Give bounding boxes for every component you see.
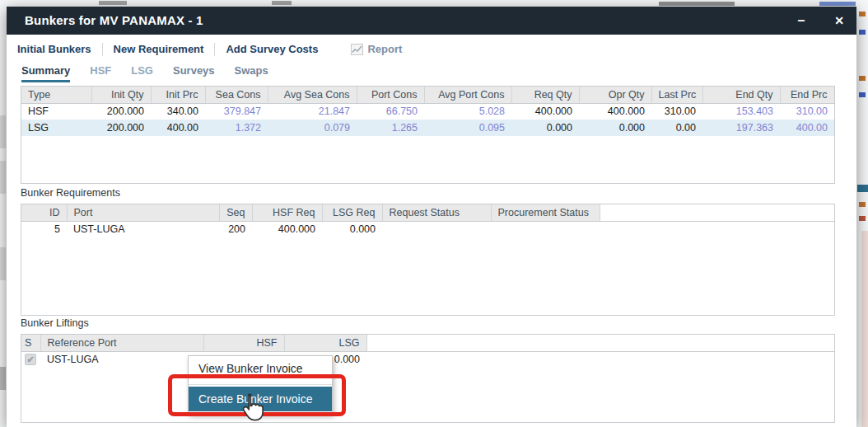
- background-fragment: [272, 1, 292, 5]
- menu-item-view-bunker-invoice[interactable]: View Bunker Invoice: [189, 356, 332, 381]
- summary-row-hsf[interactable]: HSF 200.000 340.00 379.847 21.847 66.750…: [21, 103, 834, 120]
- summary-row-lsg[interactable]: LSG 200.000 400.00 1.372 0.079 1.265 0.0…: [21, 120, 834, 136]
- column-header: End Prc: [780, 87, 834, 103]
- column-header: Request Status: [382, 204, 491, 221]
- background-fragment: [0, 161, 6, 194]
- add-survey-costs-button[interactable]: Add Survey Costs: [226, 43, 318, 55]
- column-header: Opr Qty: [579, 87, 651, 103]
- liftings-header-row: S Reference Port HSF LSG: [21, 335, 834, 351]
- background-fragment: [859, 202, 866, 207]
- background-fragment: [859, 216, 866, 221]
- column-header: Init Prc: [151, 87, 205, 103]
- toolbar-divider: [214, 43, 215, 56]
- tab-summary[interactable]: Summary: [21, 64, 70, 82]
- report-button[interactable]: Report: [351, 43, 402, 55]
- tab-bar: Summary HSF LSG Surveys Swaps: [21, 64, 268, 82]
- tab-hsf[interactable]: HSF: [90, 64, 111, 82]
- liftings-row[interactable]: ✔ UST-LUGA 400.000 0.000: [21, 351, 834, 368]
- tab-surveys[interactable]: Surveys: [173, 64, 215, 82]
- column-header: ID: [21, 204, 67, 221]
- background-fragment: [0, 367, 6, 390]
- toolbar-divider: [102, 43, 103, 56]
- bunker-requirements-table: ID Port Seq HSF Req LSG Req Request Stat…: [21, 204, 835, 316]
- tab-swaps[interactable]: Swaps: [235, 64, 268, 82]
- column-header: Req Qty: [511, 87, 579, 103]
- column-header: Avg Port Cons: [424, 87, 511, 103]
- column-header: Last Prc: [651, 87, 702, 103]
- column-header: HSF Req: [252, 204, 322, 221]
- background-fragment: [859, 92, 866, 97]
- background-fragment: [857, 185, 868, 192]
- new-requirement-button[interactable]: New Requirement: [114, 43, 204, 55]
- column-header: Port: [67, 204, 219, 221]
- column-header: HSF: [203, 335, 284, 351]
- bunker-liftings-table: S Reference Port HSF LSG ✔ UST-LUGA 400.…: [21, 334, 835, 423]
- dialog-toolbar: Initial Bunkers New Requirement Add Surv…: [7, 35, 856, 63]
- column-header: LSG Req: [322, 204, 382, 221]
- menu-item-create-bunker-invoice[interactable]: Create Bunker Invoice: [189, 387, 332, 411]
- background-fragment: [859, 76, 866, 81]
- column-header: LSG: [284, 335, 366, 351]
- summary-header-row: Type Init Qty Init Prc Sea Cons Avg Sea …: [21, 87, 834, 103]
- column-header: Procurement Status: [491, 204, 600, 221]
- section-label-bunker-liftings: Bunker Liftings: [21, 317, 89, 329]
- column-header: Sea Cons: [205, 87, 268, 103]
- initial-bunkers-button[interactable]: Initial Bunkers: [17, 43, 91, 55]
- header-filler: [366, 335, 834, 351]
- column-header: S: [21, 335, 40, 351]
- background-fragment: [0, 247, 6, 280]
- column-header: Seq: [219, 204, 252, 221]
- requirements-row[interactable]: 5 UST-LUGA 200 400.000 0.000: [21, 221, 834, 237]
- dialog-title: Bunkers for MV PANAMAX - 1: [25, 7, 203, 35]
- line-chart-icon: [351, 44, 363, 55]
- menu-separator: [189, 381, 332, 385]
- background-fragment: [659, 2, 735, 6]
- tab-lsg[interactable]: LSG: [131, 64, 153, 82]
- report-label: Report: [367, 43, 402, 55]
- context-menu: View Bunker Invoice Create Bunker Invoic…: [188, 355, 333, 415]
- column-header: Type: [21, 87, 91, 103]
- background-fragment: [819, 2, 856, 6]
- background-fragment: [861, 231, 868, 427]
- summary-table: Type Init Qty Init Prc Sea Cons Avg Sea …: [21, 86, 835, 184]
- row-select-checkbox[interactable]: ✔: [25, 354, 36, 365]
- column-header: Avg Sea Cons: [268, 87, 357, 103]
- background-fragment: [859, 12, 866, 16]
- background-fragment: [0, 115, 6, 148]
- minimize-button[interactable]: –: [789, 7, 814, 35]
- column-header: End Qty: [702, 87, 780, 103]
- close-button[interactable]: ✕: [827, 7, 852, 35]
- header-filler: [600, 204, 834, 221]
- dialog-titlebar: Bunkers for MV PANAMAX - 1 – ✕: [7, 7, 856, 35]
- background-fragment: [99, 1, 127, 5]
- column-header: Reference Port: [40, 335, 203, 351]
- background-fragment: [859, 30, 866, 35]
- column-header: Port Cons: [357, 87, 424, 103]
- column-header: Init Qty: [91, 87, 151, 103]
- requirements-header-row: ID Port Seq HSF Req LSG Req Request Stat…: [21, 204, 834, 221]
- section-label-bunker-requirements: Bunker Requirements: [21, 187, 120, 199]
- bunkers-dialog: Bunkers for MV PANAMAX - 1 – ✕ Initial B…: [7, 7, 856, 427]
